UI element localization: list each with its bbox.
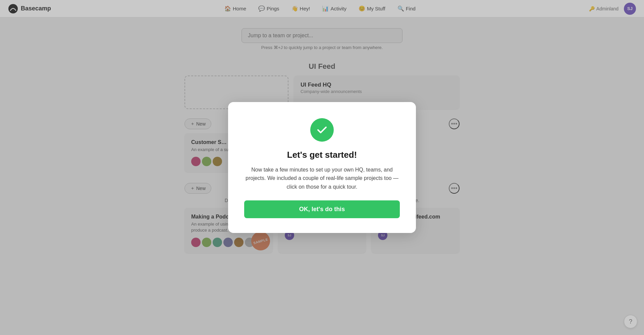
modal-body: Now take a few minutes to set up your ow… xyxy=(244,165,400,191)
modal-title: Let's get started! xyxy=(287,150,357,160)
modal-success-icon xyxy=(310,118,334,142)
modal-dialog: Let's get started! Now take a few minute… xyxy=(228,102,416,233)
modal-cta-button[interactable]: OK, let's do this xyxy=(244,200,400,218)
modal-overlay: Let's get started! Now take a few minute… xyxy=(0,0,644,335)
checkmark-icon xyxy=(316,124,328,136)
modal-cta-label: OK, let's do this xyxy=(299,206,345,212)
